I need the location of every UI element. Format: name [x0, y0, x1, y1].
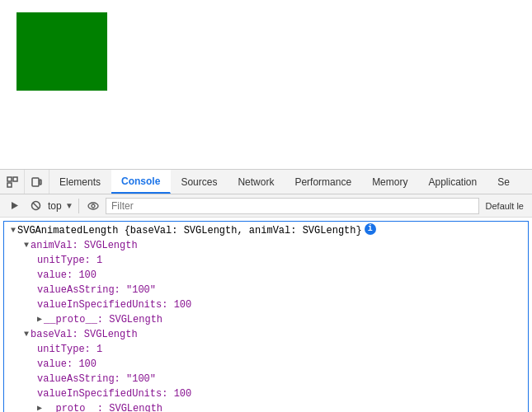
animval-valueinspecified-text: valueInSpecifiedUnits: 100 — [37, 297, 191, 312]
header-toggle[interactable]: ▼ — [11, 223, 16, 238]
svg-rect-2 — [7, 183, 12, 187]
svg-line-7 — [33, 203, 39, 208]
baseval-valueinspecified-text: valueInSpecifiedUnits: 100 — [37, 386, 191, 401]
svg-point-9 — [92, 204, 95, 208]
toolbar-separator-1 — [78, 199, 79, 213]
tab-elements[interactable]: Elements — [49, 170, 111, 194]
animval-value: value: 100 — [7, 268, 525, 283]
baseval-valueasstring-text: valueAsString: "100" — [37, 372, 156, 386]
devtools-panel: Elements Console Sources Network Perform… — [0, 169, 532, 412]
animval-label: animVal: SVGLength — [31, 238, 138, 253]
info-icon[interactable]: i — [365, 223, 376, 235]
animval-valueasstring: valueAsString: "100" — [7, 283, 525, 297]
svg-rect-3 — [32, 178, 39, 186]
baseval-valueasstring: valueAsString: "100" — [7, 372, 525, 386]
console-header-line[interactable]: ▼ SVGAnimatedLength {baseVal: SVGLength,… — [7, 223, 525, 238]
baseval-unittype: unitType: 1 — [7, 342, 525, 357]
base-val-line[interactable]: ▼ baseVal: SVGLength — [7, 327, 525, 342]
baseval-value: value: 100 — [7, 357, 525, 372]
tab-performance[interactable]: Performance — [285, 170, 362, 194]
filter-type-btn[interactable] — [84, 197, 102, 215]
filter-input[interactable] — [106, 198, 479, 214]
svg-point-8 — [88, 203, 98, 209]
console-output: ▼ SVGAnimatedLength {baseVal: SVGLength,… — [0, 218, 532, 412]
tab-application[interactable]: Application — [418, 170, 487, 194]
tab-network[interactable]: Network — [228, 170, 285, 194]
animval-proto-text: __proto__: SVGLength — [44, 312, 162, 327]
tab-memory[interactable]: Memory — [362, 170, 418, 194]
console-block: ▼ SVGAnimatedLength {baseVal: SVGLength,… — [3, 221, 529, 412]
animval-toggle[interactable]: ▼ — [24, 238, 29, 253]
baseval-label: baseVal: SVGLength — [31, 327, 138, 342]
baseval-proto-toggle[interactable]: ▶ — [37, 401, 42, 412]
run-script-btn[interactable] — [5, 197, 23, 215]
baseval-proto[interactable]: ▶ __proto__: SVGLength — [7, 401, 525, 412]
device-toolbar-btn[interactable] — [25, 170, 49, 194]
animval-proto-toggle[interactable]: ▶ — [37, 312, 42, 327]
animval-valueasstring-text: valueAsString: "100" — [37, 283, 156, 297]
context-selector-wrapper[interactable]: top ▼ — [48, 197, 73, 215]
svg-marker-5 — [12, 202, 18, 209]
anim-val-line[interactable]: ▼ animVal: SVGLength — [7, 238, 525, 253]
inspect-element-btn[interactable] — [0, 170, 25, 194]
animval-unittype: unitType: 1 — [7, 253, 525, 268]
tab-more[interactable]: Se — [487, 170, 520, 194]
default-levels-btn[interactable]: Default le — [483, 201, 527, 211]
baseval-value-text: value: 100 — [37, 357, 97, 372]
devtools-tabs: Elements Console Sources Network Perform… — [0, 170, 532, 194]
tab-console[interactable]: Console — [111, 170, 171, 194]
animval-value-text: value: 100 — [37, 268, 97, 283]
baseval-unittype-text: unitType: 1 — [37, 342, 102, 357]
clear-console-btn[interactable] — [26, 197, 45, 215]
animval-valueinspecified: valueInSpecifiedUnits: 100 — [7, 297, 525, 312]
baseval-proto-text: __proto__: SVGLength — [44, 401, 162, 412]
svg-rect-0 — [7, 177, 12, 181]
green-box — [16, 12, 107, 91]
baseval-toggle[interactable]: ▼ — [24, 327, 29, 342]
animval-unittype-text: unitType: 1 — [37, 253, 102, 268]
devtools-toolbar: top ▼ Default le — [0, 194, 532, 218]
tab-sources[interactable]: Sources — [171, 170, 228, 194]
main-content — [0, 0, 532, 173]
svg-rect-4 — [40, 180, 41, 185]
baseval-valueinspecified: valueInSpecifiedUnits: 100 — [7, 386, 525, 401]
svg-rect-1 — [13, 177, 17, 181]
animval-proto[interactable]: ▶ __proto__: SVGLength — [7, 312, 525, 327]
context-selector[interactable]: top — [48, 197, 73, 215]
header-text: SVGAnimatedLength {baseVal: SVGLength, a… — [17, 223, 362, 238]
